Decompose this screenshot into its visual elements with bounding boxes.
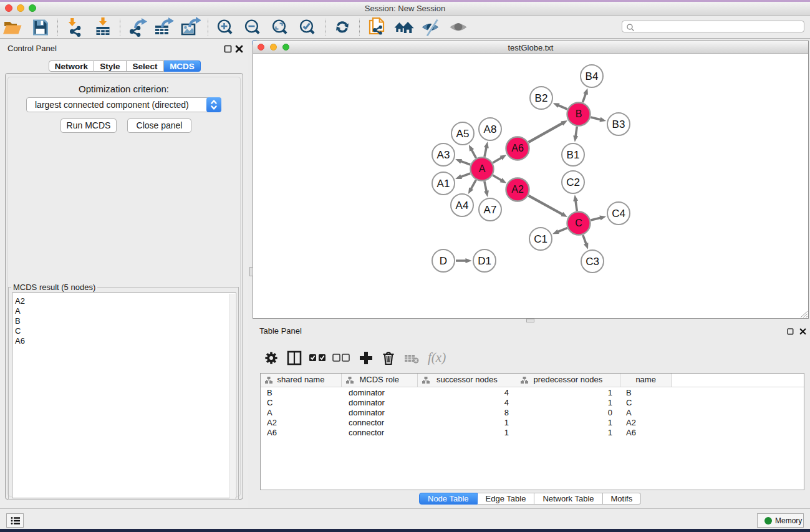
svg-text:B1: B1	[567, 149, 580, 161]
svg-text:B: B	[576, 109, 582, 119]
svg-text:A6: A6	[511, 143, 524, 153]
svg-text:C1: C1	[534, 233, 547, 245]
svg-text:A: A	[479, 163, 486, 174]
svg-text:C3: C3	[586, 256, 599, 268]
svg-text:B4: B4	[586, 70, 599, 82]
svg-text:A7: A7	[484, 204, 497, 216]
svg-text:B2: B2	[535, 92, 548, 104]
svg-text:C: C	[575, 218, 582, 228]
svg-text:A1: A1	[437, 178, 450, 190]
svg-text:A3: A3	[437, 149, 450, 161]
svg-text:A4: A4	[456, 200, 469, 211]
svg-text:f(x): f(x)	[428, 350, 446, 365]
svg-text:C2: C2	[566, 177, 580, 188]
svg-text:D1: D1	[478, 255, 491, 267]
svg-text:C4: C4	[612, 208, 625, 220]
svg-text:A5: A5	[456, 128, 470, 140]
svg-text:A2: A2	[511, 184, 524, 195]
svg-text:A8: A8	[484, 123, 497, 135]
svg-text:B3: B3	[612, 118, 625, 130]
svg-text:D: D	[440, 255, 447, 267]
